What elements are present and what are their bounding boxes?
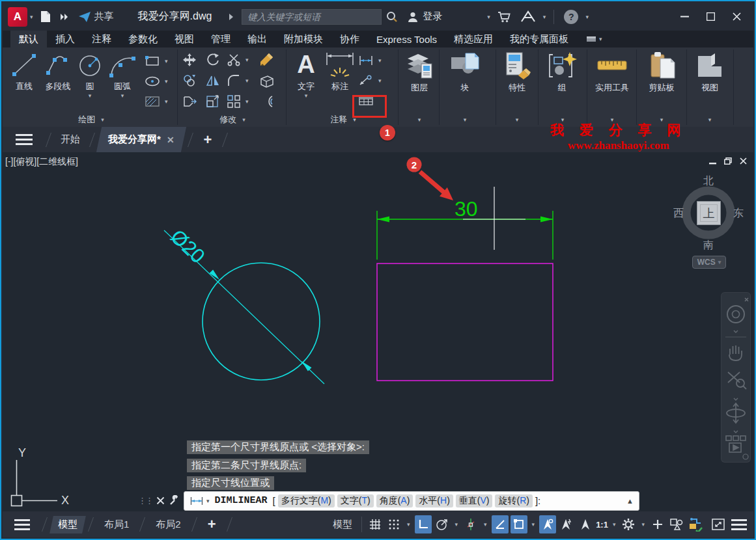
gear-dropdown-icon[interactable]: ▾ [641, 521, 645, 528]
ribbon-tab-collaborate[interactable]: 协作 [331, 31, 368, 47]
account-chevron-icon[interactable]: ▾ [487, 14, 490, 20]
new-file-icon[interactable] [40, 10, 51, 23]
object-snap-tracking-toggle[interactable] [462, 515, 479, 533]
arc-tool[interactable]: 圆弧 ▾ [105, 51, 139, 99]
view-panel-expand[interactable]: ▾ [695, 114, 724, 126]
view-cube[interactable]: 北 西 东 南 上 WCS▾ [669, 172, 748, 276]
command-dropdown-icon[interactable]: ▾ [206, 498, 210, 504]
layout-menu-icon[interactable] [14, 519, 30, 530]
copy-tool[interactable] [182, 74, 197, 88]
clipboard-panel-button[interactable]: 剪贴板 [641, 51, 682, 94]
option-rotated[interactable]: 旋转(R) [495, 494, 532, 507]
ribbon-tab-output[interactable]: 输出 [239, 31, 275, 47]
text-dropdown-icon[interactable]: ▾ [305, 92, 308, 99]
layout2-tab[interactable]: 布局2 [149, 516, 187, 533]
diameter-dimension-text[interactable]: Ø20 [166, 225, 210, 268]
block-panel-expand[interactable]: ▾ [451, 114, 479, 126]
lineweight-dropdown-icon[interactable]: ▾ [532, 521, 535, 528]
ribbon-tab-parametric[interactable]: 参数化 [120, 31, 166, 47]
object-snap-toggle[interactable] [492, 515, 509, 533]
maximize-button[interactable] [697, 7, 723, 27]
group-panel-button[interactable]: 组 [543, 51, 581, 94]
viewcube-north[interactable]: 北 [703, 174, 714, 188]
ribbon-tab-express-tools[interactable]: Express Tools [368, 31, 445, 47]
circle-tool[interactable]: 圆 ▾ [76, 51, 104, 99]
draw-panel-title[interactable]: 绘图▾ [53, 114, 132, 126]
clean-screen-toggle[interactable] [710, 515, 727, 533]
zoom-dropdown-icon[interactable] [734, 398, 738, 400]
viewcube-south[interactable]: 南 [703, 239, 714, 252]
rotate-tool[interactable] [206, 53, 220, 67]
ribbon-tab-manage[interactable]: 管理 [203, 31, 239, 47]
scale-tool[interactable] [206, 94, 220, 109]
array-tool[interactable]: ▾ [227, 94, 251, 109]
arc-dropdown-icon[interactable]: ▾ [121, 92, 124, 99]
new-layout-button[interactable]: + [201, 516, 223, 533]
command-bar-grip[interactable]: ⋮⋮ [138, 496, 152, 506]
polyline-tool[interactable]: 多段线 [40, 51, 76, 92]
navbar-close-icon[interactable] [745, 298, 748, 301]
rectangle-dropdown-icon[interactable]: ▾ [165, 58, 168, 64]
dimension-tool[interactable]: 标注 [323, 51, 357, 92]
ribbon-display-toggle[interactable]: ▾ [586, 31, 605, 47]
polar-tracking-toggle[interactable] [434, 515, 451, 533]
autodesk-chevron-icon[interactable]: ▾ [543, 14, 546, 20]
trim-tool[interactable]: ▾ [227, 53, 251, 67]
search-input[interactable] [242, 9, 382, 25]
isolate-objects-toggle[interactable] [668, 515, 685, 533]
annotation-scale-value[interactable]: 1:1 [596, 520, 608, 530]
command-input-bar[interactable]: ▾ DIMLINEAR [ 多行文字(M) 文字(T) 角度(A) 水平(H) … [184, 491, 639, 511]
orbit-dropdown-icon[interactable] [734, 431, 738, 433]
model-space-canvas[interactable]: [-][俯视][二维线框] Ø20 30 [3, 152, 753, 514]
leader-tool[interactable]: ▾ [358, 75, 384, 87]
sign-in-button[interactable]: 登录 [407, 10, 442, 23]
ribbon-tab-home[interactable]: 默认 [10, 31, 47, 47]
wcs-dropdown[interactable]: WCS▾ [692, 256, 726, 269]
array-dropdown-icon[interactable]: ▾ [245, 98, 249, 105]
app-menu-button[interactable]: A [8, 7, 27, 27]
line-tool[interactable]: 直线 [9, 51, 39, 92]
snap-mode-toggle[interactable] [385, 515, 402, 533]
customization-gear-icon[interactable] [620, 515, 637, 533]
tracking-dropdown-icon[interactable]: ▾ [484, 521, 487, 528]
navigation-bar[interactable] [721, 292, 751, 463]
search-icon[interactable] [386, 11, 398, 23]
showmotion-icon[interactable] [726, 436, 746, 452]
close-button[interactable] [723, 7, 749, 27]
help-button[interactable]: ? [564, 10, 578, 24]
ellipse-dropdown-icon[interactable]: ▾ [165, 78, 168, 85]
viewcube-east[interactable]: 东 [733, 207, 744, 221]
fillet-dropdown-icon[interactable]: ▾ [245, 77, 249, 84]
graphics-performance-toggle[interactable] [687, 515, 704, 533]
utilities-panel-button[interactable]: 实用工具 [591, 51, 634, 94]
layers-panel-button[interactable]: 图层 [400, 51, 438, 94]
ribbon-tab-custom-panel[interactable]: 我的专属面板 [501, 31, 577, 47]
linear-dimension-tool[interactable]: ▾ [358, 55, 384, 66]
file-tabs-menu-icon[interactable] [16, 134, 33, 145]
circle-dropdown-icon[interactable]: ▾ [89, 92, 92, 99]
mirror-tool[interactable] [206, 74, 220, 88]
add-status-item-button[interactable] [649, 515, 666, 533]
option-mtext[interactable]: 多行文字(M) [278, 494, 335, 507]
move-tool[interactable] [182, 53, 197, 67]
option-horizontal[interactable]: 水平(H) [415, 494, 453, 507]
modify-panel-title[interactable]: 修改▾ [198, 114, 270, 126]
app-menu-chevron-icon[interactable]: ▾ [30, 14, 33, 20]
share-button[interactable]: 共享 [78, 10, 114, 23]
annotation-scale-icon[interactable] [577, 515, 594, 533]
annotation-visibility-toggle[interactable] [539, 515, 556, 533]
autodesk-logo-icon[interactable] [520, 10, 536, 23]
snap-dropdown-icon[interactable]: ▾ [407, 521, 410, 528]
explode-tool[interactable] [259, 74, 275, 88]
command-history-expand-icon[interactable]: ▲ [626, 497, 634, 505]
search-expand-icon[interactable] [229, 13, 234, 21]
erase-tool[interactable] [259, 53, 275, 67]
viewcube-west[interactable]: 西 [673, 207, 684, 221]
trim-dropdown-icon[interactable]: ▾ [245, 57, 249, 63]
block-panel-button[interactable]: 块 [445, 51, 484, 94]
offset-tool[interactable] [259, 94, 275, 109]
scale-dropdown-icon[interactable]: ▾ [613, 521, 616, 528]
properties-panel-expand[interactable]: ▾ [503, 114, 531, 126]
wheel-dropdown-icon[interactable] [734, 331, 738, 332]
ribbon-tab-addins[interactable]: 附加模块 [275, 31, 331, 47]
